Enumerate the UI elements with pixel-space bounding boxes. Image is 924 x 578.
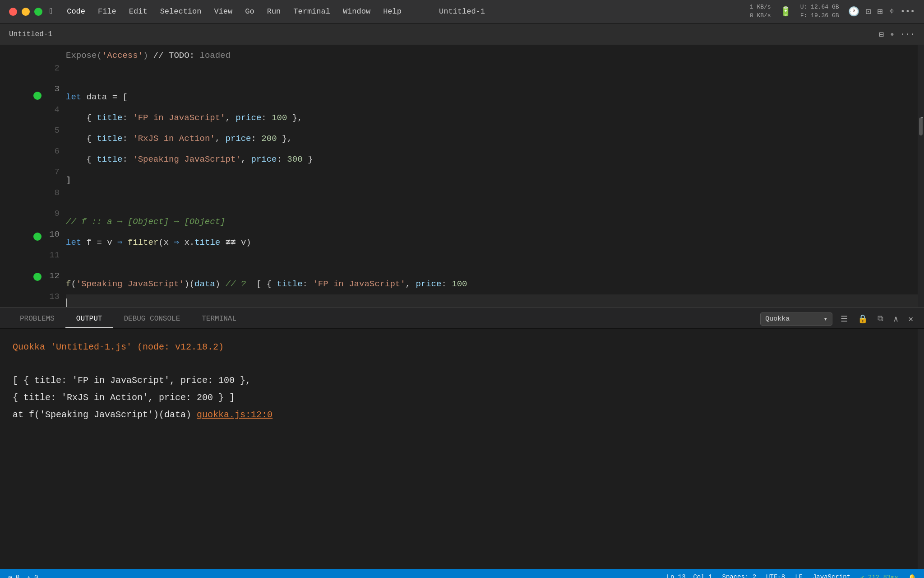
clock-icon[interactable]: 🕐	[848, 6, 859, 17]
status-left: ⊗ 0 ⚠ 0	[8, 573, 38, 578]
battery-icon: 🔋	[780, 6, 791, 17]
code-line-10: let f = v ⇒ filter(x ⇒ x.title ≢≢ v)	[66, 232, 918, 253]
list-filter-icon[interactable]: ☰	[839, 312, 850, 326]
line-gutter	[0, 45, 45, 307]
selection-menu[interactable]: Selection	[160, 7, 202, 16]
encoding[interactable]: UTF-8	[766, 573, 785, 578]
close-panel-icon[interactable]: ✕	[906, 312, 915, 326]
panel-scrollbar[interactable]	[918, 329, 924, 569]
output-file-link[interactable]: quokka.js:12:0	[197, 410, 273, 420]
cursor	[66, 298, 67, 307]
code-line-13[interactable]	[66, 294, 918, 307]
tab-debug-console[interactable]: DEBUG CONSOLE	[113, 310, 191, 328]
maximize-button[interactable]	[34, 8, 42, 16]
tab-output[interactable]: OUTPUT	[65, 310, 113, 328]
panel-controls: Quokka ▾ ☰ 🔒 ⧉ ∧ ✕	[760, 312, 915, 328]
tab-problems[interactable]: PROBLEMS	[9, 310, 65, 328]
close-button[interactable]	[9, 8, 17, 16]
window-menu[interactable]: Window	[343, 7, 370, 16]
active-tab[interactable]: Untitled-1	[9, 30, 52, 38]
breakpoint-dot-3	[33, 92, 42, 100]
dropdown-label: Quokka	[765, 315, 790, 323]
ln-4: 4	[45, 99, 60, 120]
help-menu[interactable]: Help	[383, 7, 402, 16]
code-line-4: { title: 'FP in JavaScript', price: 100 …	[66, 107, 918, 128]
code-line-8	[66, 191, 918, 211]
lock-icon[interactable]: 🔒	[856, 312, 869, 326]
more-icon[interactable]: •••	[901, 7, 915, 16]
indentation[interactable]: Spaces: 2	[722, 573, 756, 578]
go-menu[interactable]: Go	[245, 7, 254, 16]
tab-icons: ⊟ ● ···	[879, 29, 915, 39]
output-source-dropdown[interactable]: Quokka ▾	[760, 312, 832, 326]
collapse-icon[interactable]: ∧	[892, 312, 900, 326]
view-menu[interactable]: View	[214, 7, 232, 16]
ln-9: 9	[45, 203, 60, 224]
language-mode[interactable]: JavaScript	[813, 573, 850, 578]
gutter-3[interactable]	[0, 85, 45, 106]
code-editor[interactable]: Expose('Access') // TODO: loaded let dat…	[66, 45, 918, 307]
apple-menu[interactable]: 	[50, 7, 54, 16]
terminal-menu[interactable]: Terminal	[293, 7, 330, 16]
quokka-header: Quokka 'Untitled-1.js' (node: v12.18.2)	[13, 340, 905, 355]
code-line-2	[66, 66, 918, 87]
split-editor-icon[interactable]: ⊟	[879, 29, 884, 39]
circle-icon[interactable]: ●	[890, 31, 894, 38]
code-line-7: ]	[66, 170, 918, 191]
code-menu[interactable]: Code	[67, 7, 85, 16]
output-line-3: [ { title: 'FP in JavaScript', price: 10…	[13, 373, 905, 388]
gutter-8	[0, 186, 45, 206]
copy-icon[interactable]: ⧉	[876, 312, 885, 325]
gutter-10[interactable]	[0, 226, 45, 247]
gutter-12[interactable]	[0, 267, 45, 287]
tab-terminal[interactable]: TERMINAL	[191, 310, 247, 328]
ln-7: 7	[45, 162, 60, 182]
gutter-4	[0, 106, 45, 126]
ln-12: 12	[45, 266, 60, 286]
bottom-panel: PROBLEMS OUTPUT DEBUG CONSOLE TERMINAL Q…	[0, 307, 924, 569]
titlebar-right: 1 KB/s 0 KB/s 🔋 U: 12.64 GB F: 19.36 GB …	[750, 3, 915, 19]
run-menu[interactable]: Run	[267, 7, 281, 16]
errors-count[interactable]: ⊗ 0	[8, 573, 19, 578]
controls-icon[interactable]: ⊞	[878, 6, 883, 17]
panel-body: Quokka 'Untitled-1.js' (node: v12.18.2) …	[0, 329, 924, 569]
dropdown-chevron-icon: ▾	[823, 315, 827, 323]
window-title: Untitled-1	[439, 7, 485, 16]
ln-11: 11	[45, 245, 60, 266]
ln-2: 2	[45, 58, 60, 79]
line-numbers: 2 3 4 5 6 7 8 9 10 11 12 13	[45, 45, 66, 307]
traffic-lights	[9, 8, 42, 16]
output-line-5: at f('Speaking JavaScript')(data) quokka…	[13, 407, 905, 423]
more-options-icon[interactable]: ···	[901, 30, 915, 39]
panel-output: Quokka 'Untitled-1.js' (node: v12.18.2) …	[0, 329, 918, 569]
timing: ✔ 212.83ms	[860, 573, 898, 578]
network-stats: 1 KB/s 0 KB/s	[750, 3, 771, 19]
minimap-indicator	[921, 117, 923, 118]
panel-tabs: PROBLEMS OUTPUT DEBUG CONSOLE TERMINAL Q…	[0, 308, 924, 329]
file-menu[interactable]: File	[98, 7, 116, 16]
gutter-1	[0, 45, 45, 65]
eol[interactable]: LF	[795, 573, 803, 578]
warnings-count[interactable]: ⚠ 0	[27, 573, 38, 578]
code-line-1: Expose('Access') // TODO: loaded	[66, 45, 918, 66]
airplay-icon[interactable]: ⊡	[866, 6, 871, 17]
status-bar: ⊗ 0 ⚠ 0 Ln 13, Col 1 Spaces: 2 UTF-8 LF …	[0, 569, 924, 578]
gutter-13	[0, 287, 45, 307]
titlebar-icons: 🕐 ⊡ ⊞ ⌖ •••	[848, 6, 915, 17]
breakpoint-dot-10	[33, 233, 42, 241]
ln-blank	[45, 45, 60, 58]
titlebar-left:  Code File Edit Selection View Go Run T…	[9, 7, 402, 16]
editor-scrollbar[interactable]	[918, 45, 924, 307]
edit-menu[interactable]: Edit	[129, 7, 148, 16]
gutter-2	[0, 65, 45, 86]
cursor-position[interactable]: Ln 13, Col 1	[667, 573, 712, 578]
ln-13: 13	[45, 286, 60, 307]
minimize-button[interactable]	[22, 8, 30, 16]
code-line-9: // f :: a → [Object] → [Object]	[66, 211, 918, 232]
code-line-6: { title: 'Speaking JavaScript', price: 3…	[66, 149, 918, 170]
gutter-7	[0, 166, 45, 186]
cursor-icon[interactable]: ⌖	[889, 6, 894, 17]
storage-stats: U: 12.64 GB F: 19.36 GB	[800, 3, 839, 19]
ln-8: 8	[45, 182, 60, 203]
notifications-icon[interactable]: 🔔	[908, 573, 916, 578]
